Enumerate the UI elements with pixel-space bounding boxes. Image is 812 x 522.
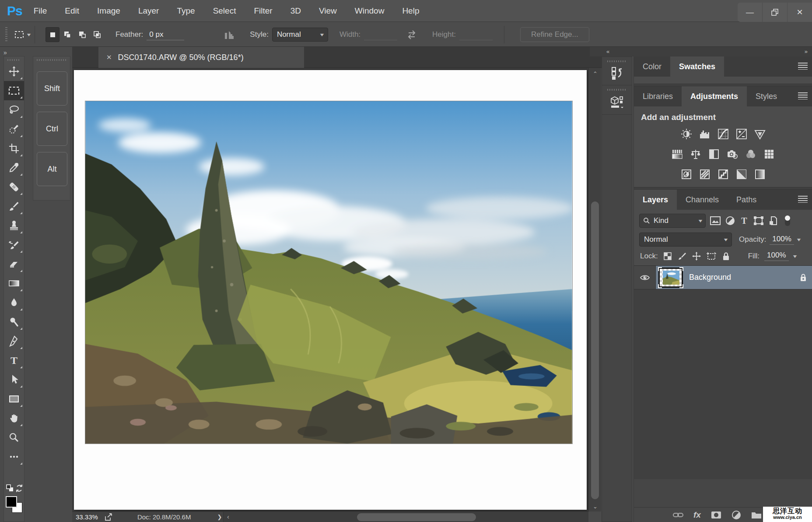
panel-menu-icon[interactable]	[798, 196, 808, 203]
opacity-chevron-icon[interactable]: ▾	[797, 236, 801, 243]
layer-style-fx-button[interactable]: fx	[693, 510, 701, 520]
zoom-level-field[interactable]: 33.33%	[76, 513, 98, 521]
background-lock-icon[interactable]	[800, 273, 807, 282]
status-expand-chevron[interactable]: ❯	[217, 514, 222, 520]
options-grip[interactable]	[5, 27, 7, 42]
refine-edge-button[interactable]: Refine Edge...	[520, 27, 589, 42]
add-layer-mask-icon[interactable]	[710, 511, 722, 519]
pen-tool[interactable]	[4, 332, 24, 351]
photo-filter-button[interactable]	[726, 148, 739, 161]
threed-panel-button[interactable]	[602, 85, 632, 115]
blend-mode-select[interactable]: Normal ▾	[639, 233, 732, 247]
tab-styles[interactable]: Styles	[747, 86, 786, 106]
new-adjustment-layer-icon[interactable]	[732, 510, 741, 520]
color-lookup-button[interactable]	[763, 148, 776, 161]
channel-mixer-button[interactable]	[744, 148, 757, 161]
close-tab-icon[interactable]: ✕	[106, 53, 112, 61]
vibrance-button[interactable]	[753, 127, 766, 141]
filter-toggle-switch[interactable]	[784, 215, 791, 227]
artboard[interactable]	[74, 70, 587, 510]
menu-file[interactable]: File	[34, 6, 47, 16]
clone-stamp-tool[interactable]	[4, 216, 24, 235]
hand-tool[interactable]	[4, 409, 24, 428]
tab-paths[interactable]: Paths	[728, 190, 765, 210]
scroll-left-arrow[interactable]: ‹	[227, 513, 229, 520]
type-tool[interactable]: T	[4, 351, 24, 370]
tab-channels[interactable]: Channels	[677, 190, 728, 210]
gradient-map-button[interactable]	[735, 168, 748, 181]
filter-pixel-layers-icon[interactable]	[710, 215, 721, 226]
tab-color[interactable]: Color	[634, 56, 670, 77]
feather-input[interactable]: 0 px	[147, 29, 184, 40]
hints-grip[interactable]	[37, 59, 66, 61]
share-export-icon[interactable]	[104, 513, 113, 521]
menu-filter[interactable]: Filter	[254, 6, 272, 16]
doc-size-info[interactable]: Doc: 20.8M/20.6M	[137, 513, 191, 521]
alt-key-button[interactable]: Alt	[37, 152, 67, 186]
selective-color-button[interactable]	[753, 168, 766, 181]
selected-layer-area[interactable]: Background	[656, 266, 812, 289]
new-selection-button[interactable]	[46, 27, 60, 42]
blur-tool[interactable]	[4, 293, 24, 312]
spot-healing-tool[interactable]	[4, 177, 24, 197]
scroll-up-arrow[interactable]: ⌃	[589, 71, 602, 77]
history-brush-tool[interactable]	[4, 235, 24, 254]
toolbar-grip[interactable]	[7, 59, 21, 61]
close-button[interactable]: ✕	[787, 3, 812, 22]
intersect-selection-button[interactable]	[90, 27, 104, 42]
panel-menu-icon[interactable]	[798, 92, 808, 99]
move-tool[interactable]	[4, 62, 24, 81]
filter-adjustment-layers-icon[interactable]	[725, 215, 735, 226]
menu-edit[interactable]: Edit	[65, 6, 79, 16]
foreground-color-swatch[interactable]	[6, 496, 17, 508]
vertical-scroll-thumb[interactable]	[591, 201, 599, 499]
panel-menu-icon[interactable]	[798, 63, 808, 70]
levels-button[interactable]	[698, 127, 711, 141]
layer-filter-select[interactable]: Kind ▾	[639, 214, 706, 228]
brush-tool[interactable]	[4, 197, 24, 216]
black-white-button[interactable]	[707, 148, 721, 161]
toolbar-expand-chevrons[interactable]: »	[4, 49, 6, 56]
fill-value[interactable]: 100%	[764, 251, 788, 261]
ctrl-key-button[interactable]: Ctrl	[37, 112, 67, 146]
filter-type-layers-icon[interactable]: T	[739, 215, 749, 226]
hue-saturation-button[interactable]	[671, 148, 684, 161]
tool-preset-picker[interactable]: ▾	[14, 29, 30, 40]
tab-libraries[interactable]: Libraries	[634, 86, 682, 106]
horizontal-scroll-thumb[interactable]	[357, 513, 476, 521]
rectangular-marquee-tool[interactable]	[4, 81, 24, 100]
add-to-selection-button[interactable]	[60, 27, 74, 42]
layer-row-background[interactable]: Background	[634, 266, 812, 289]
zoom-tool[interactable]	[4, 428, 24, 447]
curves-button[interactable]	[717, 127, 730, 141]
lock-transparency-icon[interactable]	[663, 251, 672, 261]
filter-smart-objects-icon[interactable]	[768, 215, 779, 226]
style-select[interactable]: Normal ▾	[272, 28, 328, 42]
opacity-value[interactable]: 100%	[770, 235, 794, 245]
fill-chevron-icon[interactable]: ▾	[793, 253, 796, 259]
horizontal-scrollbar[interactable]: ‹	[223, 512, 588, 522]
default-colors-icon[interactable]	[6, 484, 14, 493]
shift-key-button[interactable]: Shift	[37, 71, 67, 106]
lasso-tool[interactable]	[4, 100, 24, 120]
crop-tool[interactable]	[4, 139, 24, 158]
visibility-cell[interactable]	[634, 266, 656, 289]
menu-help[interactable]: Help	[402, 6, 419, 16]
lock-artboard-icon[interactable]	[706, 251, 717, 261]
link-layers-icon[interactable]	[672, 511, 684, 518]
tab-swatches[interactable]: Swatches	[670, 56, 724, 77]
posterize-button[interactable]	[698, 168, 711, 181]
shape-tool[interactable]	[4, 389, 24, 409]
expand-panels-chevrons[interactable]: »	[805, 48, 808, 55]
swap-colors-icon[interactable]	[15, 484, 23, 493]
vertical-scrollbar[interactable]: ⌃ ⌄	[588, 68, 601, 511]
layer-name[interactable]: Background	[689, 273, 731, 282]
lock-position-icon[interactable]	[692, 251, 701, 261]
tab-adjustments[interactable]: Adjustments	[682, 86, 747, 106]
tab-layers[interactable]: Layers	[634, 190, 677, 210]
layer-thumbnail[interactable]	[659, 268, 682, 287]
restore-button[interactable]	[762, 3, 787, 22]
dodge-tool[interactable]	[4, 312, 24, 332]
invert-button[interactable]	[680, 168, 693, 181]
minimize-button[interactable]: —	[738, 3, 762, 22]
